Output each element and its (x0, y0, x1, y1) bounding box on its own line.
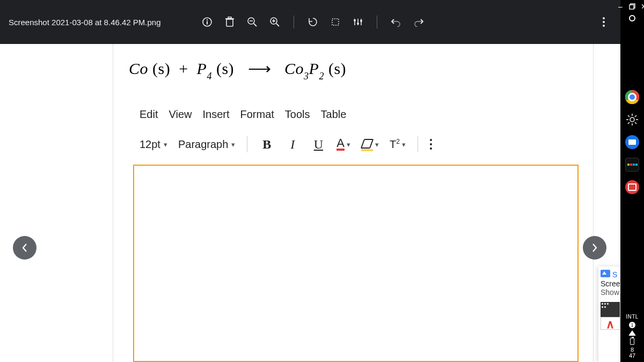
arrow-icon: ⟶ (248, 59, 270, 78)
toolbar-separator (247, 136, 247, 152)
clock: 8 47 (629, 347, 635, 359)
svg-rect-5 (228, 17, 231, 19)
crop-icon[interactable] (330, 16, 341, 28)
more-options-icon[interactable] (430, 139, 432, 150)
settings-app-icon[interactable] (625, 113, 639, 127)
picture-icon (601, 270, 610, 277)
superscript-label: T2 (390, 138, 400, 151)
highlight-button[interactable]: ▾ (361, 139, 379, 150)
preview-thumb: ∧ (601, 317, 620, 330)
restore-icon[interactable] (629, 3, 635, 10)
keyboard-indicator: INTL (626, 314, 639, 320)
bold-button[interactable]: B (259, 137, 274, 152)
answer-textbox[interactable] (133, 165, 579, 362)
menu-tools[interactable]: Tools (285, 108, 310, 121)
chevron-down-icon: ▾ (231, 141, 235, 149)
svg-line-10 (276, 24, 279, 26)
next-button[interactable] (583, 236, 606, 260)
svg-line-30 (628, 115, 630, 117)
minimize-icon[interactable]: – (617, 3, 624, 10)
preview-line2: Show (601, 288, 620, 297)
svg-line-33 (635, 115, 636, 117)
svg-point-15 (354, 19, 356, 21)
redo-icon[interactable] (413, 16, 425, 28)
svg-point-22 (603, 25, 605, 27)
root: Screenshot 2021-03-08 at 8.46.42 PM.png (0, 0, 644, 362)
files-app-icon[interactable] (625, 135, 639, 149)
toolbar-separator (418, 136, 418, 152)
svg-rect-24 (630, 5, 634, 9)
preview-line1: Scree (601, 279, 620, 288)
paragraph-style-select[interactable]: Paragraph ▾ (178, 138, 235, 151)
svg-line-31 (635, 122, 636, 124)
text-color-button[interactable]: A ▾ (336, 138, 350, 151)
menu-insert[interactable]: Insert (202, 108, 229, 121)
svg-rect-3 (226, 19, 233, 26)
preview-thumb (601, 302, 620, 317)
chemical-equation: Co ((s)s) + P4 (s) ⟶ Co3P2 (s) (129, 59, 346, 80)
image-app-icon[interactable] (625, 180, 639, 194)
file-name: Screenshot 2021-03-08 at 8.46.42 PM.png (9, 18, 161, 27)
info-icon[interactable] (201, 16, 213, 28)
previous-button[interactable] (13, 236, 36, 260)
topbar-right (598, 0, 610, 44)
file-preview-card[interactable]: S Scree Show ∧ (598, 267, 620, 362)
status-tray[interactable]: INTL 1 8 47 (620, 314, 644, 359)
window-controls: – ✕ (617, 0, 644, 14)
svg-point-20 (603, 17, 605, 19)
launcher-icon[interactable] (629, 15, 635, 21)
main-viewer: Screenshot 2021-03-08 at 8.46.42 PM.png (0, 0, 620, 362)
menu-edit[interactable]: Edit (140, 108, 158, 121)
chevron-down-icon: ▾ (402, 141, 406, 149)
chrome-app-icon[interactable] (625, 90, 639, 104)
more-vert-icon[interactable] (598, 16, 610, 28)
toolbar-separator (377, 16, 377, 28)
font-size-select[interactable]: 12pt ▾ (140, 138, 167, 151)
rotate-icon[interactable] (307, 16, 319, 28)
svg-point-19 (360, 20, 362, 22)
editor-toolbar: 12pt ▾ Paragraph ▾ B I U A ▾ ▾ (140, 136, 432, 152)
svg-rect-2 (207, 21, 208, 25)
zoom-in-icon[interactable] (269, 16, 281, 28)
svg-rect-13 (332, 19, 339, 25)
svg-point-1 (207, 19, 208, 20)
svg-point-21 (603, 21, 605, 23)
preview-title-letter: S (612, 271, 617, 278)
font-size-label: 12pt (140, 138, 160, 151)
menu-format[interactable]: Format (240, 108, 274, 121)
close-icon[interactable]: ✕ (641, 3, 644, 10)
svg-point-17 (357, 23, 359, 25)
page-edge (113, 44, 113, 362)
menu-table[interactable]: Table (321, 108, 347, 121)
eq-term: P4 (197, 60, 212, 77)
toolbar-separator (294, 16, 294, 28)
italic-button[interactable]: I (285, 137, 300, 152)
delete-icon[interactable] (224, 16, 236, 28)
text-color-letter: A (336, 138, 345, 151)
eq-state: ((s)s) (152, 60, 170, 77)
tool-app-icon[interactable] (625, 158, 639, 172)
chevron-down-icon: ▾ (347, 141, 350, 149)
eq-state: (s) (216, 60, 234, 77)
zoom-out-icon[interactable] (246, 16, 258, 28)
superscript-button[interactable]: T2 ▾ (390, 138, 406, 151)
menu-view[interactable]: View (169, 108, 192, 121)
adjust-icon[interactable] (352, 16, 364, 28)
highlight-icon (361, 139, 373, 150)
eq-state: (s) (328, 60, 346, 77)
image-content: Co ((s)s) + P4 (s) ⟶ Co3P2 (s) Edit View… (0, 44, 620, 362)
page-edge (593, 44, 594, 362)
svg-point-25 (630, 117, 634, 122)
eq-term: Co3P2 (284, 60, 324, 77)
svg-line-32 (628, 122, 630, 124)
underline-button[interactable]: U (311, 137, 326, 152)
undo-icon[interactable] (390, 16, 402, 28)
plus-sign: + (179, 60, 188, 77)
editor-menubar: Edit View Insert Format Tools Table (140, 108, 346, 121)
eq-term: Co (129, 60, 148, 77)
wifi-icon (628, 330, 636, 336)
chevron-down-icon: ▾ (375, 141, 379, 149)
paragraph-label: Paragraph (178, 138, 228, 151)
os-shelf: – ✕ INTL 1 8 47 (620, 0, 644, 362)
chevron-down-icon: ▾ (164, 141, 167, 149)
